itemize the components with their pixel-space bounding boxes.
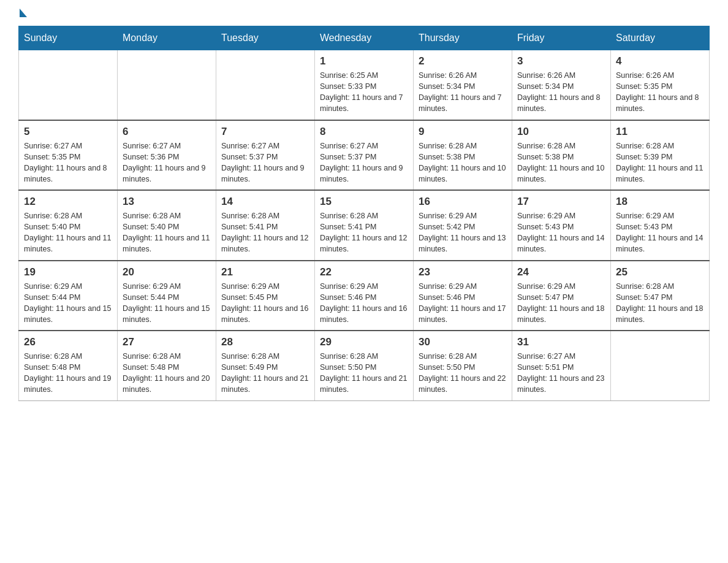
calendar-cell	[216, 50, 315, 120]
day-info: Sunrise: 6:28 AM Sunset: 5:41 PM Dayligh…	[320, 210, 408, 255]
day-number: 12	[24, 196, 112, 208]
calendar-cell: 25Sunrise: 6:28 AM Sunset: 5:47 PM Dayli…	[611, 261, 710, 331]
day-number: 9	[419, 126, 507, 138]
calendar-cell: 10Sunrise: 6:28 AM Sunset: 5:38 PM Dayli…	[512, 120, 611, 191]
day-info: Sunrise: 6:29 AM Sunset: 5:46 PM Dayligh…	[419, 281, 507, 326]
calendar-cell: 8Sunrise: 6:27 AM Sunset: 5:37 PM Daylig…	[315, 120, 414, 191]
day-info: Sunrise: 6:29 AM Sunset: 5:42 PM Dayligh…	[419, 210, 507, 255]
day-info: Sunrise: 6:29 AM Sunset: 5:44 PM Dayligh…	[123, 281, 211, 326]
day-info: Sunrise: 6:25 AM Sunset: 5:33 PM Dayligh…	[320, 70, 408, 115]
day-number: 18	[616, 196, 704, 208]
day-info: Sunrise: 6:29 AM Sunset: 5:43 PM Dayligh…	[517, 210, 605, 255]
day-info: Sunrise: 6:28 AM Sunset: 5:38 PM Dayligh…	[419, 140, 507, 185]
day-info: Sunrise: 6:29 AM Sunset: 5:47 PM Dayligh…	[517, 281, 605, 326]
day-info: Sunrise: 6:28 AM Sunset: 5:38 PM Dayligh…	[517, 140, 605, 185]
day-number: 13	[123, 196, 211, 208]
day-info: Sunrise: 6:29 AM Sunset: 5:44 PM Dayligh…	[24, 281, 112, 326]
day-number: 21	[221, 266, 309, 278]
calendar-cell: 23Sunrise: 6:29 AM Sunset: 5:46 PM Dayli…	[414, 261, 512, 331]
calendar-week-row: 26Sunrise: 6:28 AM Sunset: 5:48 PM Dayli…	[19, 331, 710, 400]
day-number: 2	[419, 55, 507, 67]
logo	[18, 12, 27, 15]
calendar-cell: 31Sunrise: 6:27 AM Sunset: 5:51 PM Dayli…	[512, 331, 611, 400]
day-number: 30	[419, 336, 507, 348]
day-info: Sunrise: 6:26 AM Sunset: 5:34 PM Dayligh…	[517, 70, 605, 115]
day-number: 5	[24, 126, 112, 138]
day-info: Sunrise: 6:27 AM Sunset: 5:35 PM Dayligh…	[24, 140, 112, 185]
calendar-cell: 19Sunrise: 6:29 AM Sunset: 5:44 PM Dayli…	[19, 261, 118, 331]
calendar-cell: 6Sunrise: 6:27 AM Sunset: 5:36 PM Daylig…	[118, 120, 216, 191]
page-header	[18, 12, 710, 15]
weekday-header-tuesday: Tuesday	[216, 26, 315, 50]
calendar-cell: 4Sunrise: 6:26 AM Sunset: 5:35 PM Daylig…	[611, 50, 710, 120]
calendar-cell: 18Sunrise: 6:29 AM Sunset: 5:43 PM Dayli…	[611, 190, 710, 261]
calendar-cell: 9Sunrise: 6:28 AM Sunset: 5:38 PM Daylig…	[414, 120, 512, 191]
calendar-cell: 27Sunrise: 6:28 AM Sunset: 5:48 PM Dayli…	[118, 331, 216, 400]
calendar-cell: 1Sunrise: 6:25 AM Sunset: 5:33 PM Daylig…	[315, 50, 414, 120]
day-number: 6	[123, 126, 211, 138]
calendar-cell: 15Sunrise: 6:28 AM Sunset: 5:41 PM Dayli…	[315, 190, 414, 261]
day-number: 28	[221, 336, 309, 348]
day-number: 11	[616, 126, 704, 138]
day-info: Sunrise: 6:28 AM Sunset: 5:50 PM Dayligh…	[419, 351, 507, 396]
calendar-cell	[611, 331, 710, 400]
weekday-header-wednesday: Wednesday	[315, 26, 414, 50]
day-number: 24	[517, 266, 605, 278]
calendar-cell: 26Sunrise: 6:28 AM Sunset: 5:48 PM Dayli…	[19, 331, 118, 400]
day-number: 26	[24, 336, 112, 348]
day-number: 19	[24, 266, 112, 278]
day-info: Sunrise: 6:26 AM Sunset: 5:34 PM Dayligh…	[419, 70, 507, 115]
day-info: Sunrise: 6:29 AM Sunset: 5:46 PM Dayligh…	[320, 281, 408, 326]
weekday-header-thursday: Thursday	[414, 26, 512, 50]
calendar-week-row: 12Sunrise: 6:28 AM Sunset: 5:40 PM Dayli…	[19, 190, 710, 261]
day-info: Sunrise: 6:27 AM Sunset: 5:37 PM Dayligh…	[320, 140, 408, 185]
calendar-week-row: 1Sunrise: 6:25 AM Sunset: 5:33 PM Daylig…	[19, 50, 710, 120]
day-info: Sunrise: 6:28 AM Sunset: 5:47 PM Dayligh…	[616, 281, 704, 326]
day-number: 29	[320, 336, 408, 348]
day-number: 8	[320, 126, 408, 138]
day-number: 10	[517, 126, 605, 138]
day-number: 7	[221, 126, 309, 138]
calendar-cell: 5Sunrise: 6:27 AM Sunset: 5:35 PM Daylig…	[19, 120, 118, 191]
day-info: Sunrise: 6:28 AM Sunset: 5:41 PM Dayligh…	[221, 210, 309, 255]
day-info: Sunrise: 6:29 AM Sunset: 5:45 PM Dayligh…	[221, 281, 309, 326]
day-info: Sunrise: 6:28 AM Sunset: 5:39 PM Dayligh…	[616, 140, 704, 185]
calendar-week-row: 5Sunrise: 6:27 AM Sunset: 5:35 PM Daylig…	[19, 120, 710, 191]
calendar-cell: 17Sunrise: 6:29 AM Sunset: 5:43 PM Dayli…	[512, 190, 611, 261]
day-number: 4	[616, 55, 704, 67]
calendar-cell: 12Sunrise: 6:28 AM Sunset: 5:40 PM Dayli…	[19, 190, 118, 261]
calendar-cell: 28Sunrise: 6:28 AM Sunset: 5:49 PM Dayli…	[216, 331, 315, 400]
calendar-cell: 2Sunrise: 6:26 AM Sunset: 5:34 PM Daylig…	[414, 50, 512, 120]
day-info: Sunrise: 6:28 AM Sunset: 5:40 PM Dayligh…	[123, 210, 211, 255]
calendar-table: SundayMondayTuesdayWednesdayThursdayFrid…	[18, 26, 710, 401]
calendar-cell: 7Sunrise: 6:27 AM Sunset: 5:37 PM Daylig…	[216, 120, 315, 191]
weekday-header-sunday: Sunday	[19, 26, 118, 50]
calendar-cell: 24Sunrise: 6:29 AM Sunset: 5:47 PM Dayli…	[512, 261, 611, 331]
day-number: 15	[320, 196, 408, 208]
day-info: Sunrise: 6:28 AM Sunset: 5:48 PM Dayligh…	[123, 351, 211, 396]
calendar-week-row: 19Sunrise: 6:29 AM Sunset: 5:44 PM Dayli…	[19, 261, 710, 331]
calendar-cell: 13Sunrise: 6:28 AM Sunset: 5:40 PM Dayli…	[118, 190, 216, 261]
day-number: 31	[517, 336, 605, 348]
day-info: Sunrise: 6:27 AM Sunset: 5:36 PM Dayligh…	[123, 140, 211, 185]
day-number: 14	[221, 196, 309, 208]
day-info: Sunrise: 6:28 AM Sunset: 5:50 PM Dayligh…	[320, 351, 408, 396]
day-number: 1	[320, 55, 408, 67]
calendar-cell: 20Sunrise: 6:29 AM Sunset: 5:44 PM Dayli…	[118, 261, 216, 331]
calendar-cell: 22Sunrise: 6:29 AM Sunset: 5:46 PM Dayli…	[315, 261, 414, 331]
calendar-cell	[118, 50, 216, 120]
day-info: Sunrise: 6:27 AM Sunset: 5:51 PM Dayligh…	[517, 351, 605, 396]
day-info: Sunrise: 6:28 AM Sunset: 5:48 PM Dayligh…	[24, 351, 112, 396]
calendar-cell: 16Sunrise: 6:29 AM Sunset: 5:42 PM Dayli…	[414, 190, 512, 261]
calendar-cell: 14Sunrise: 6:28 AM Sunset: 5:41 PM Dayli…	[216, 190, 315, 261]
weekday-header-friday: Friday	[512, 26, 611, 50]
calendar-cell: 30Sunrise: 6:28 AM Sunset: 5:50 PM Dayli…	[414, 331, 512, 400]
weekday-header-saturday: Saturday	[611, 26, 710, 50]
day-info: Sunrise: 6:28 AM Sunset: 5:40 PM Dayligh…	[24, 210, 112, 255]
calendar-header-row: SundayMondayTuesdayWednesdayThursdayFrid…	[19, 26, 710, 50]
day-number: 23	[419, 266, 507, 278]
day-number: 20	[123, 266, 211, 278]
day-number: 3	[517, 55, 605, 67]
calendar-cell	[19, 50, 118, 120]
calendar-cell: 21Sunrise: 6:29 AM Sunset: 5:45 PM Dayli…	[216, 261, 315, 331]
